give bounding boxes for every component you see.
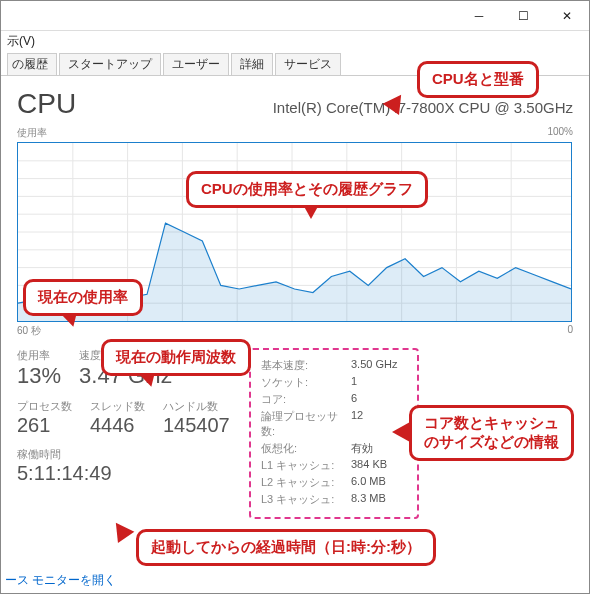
stat-handles: ハンドル数 145407 [163, 399, 230, 437]
tab-details[interactable]: 詳細 [231, 53, 273, 75]
stat-uptime: 稼働時間 5:11:14:49 [17, 447, 237, 485]
graph-bottom-left-label: 60 秒 [17, 324, 41, 338]
maximize-button[interactable]: ☐ [501, 1, 545, 31]
graph-bottom-right-label: 0 [567, 324, 573, 338]
callout-current-usage: 現在の使用率 [23, 279, 143, 316]
detail-l1: L1 キャッシュ:384 KB [261, 458, 407, 473]
detail-l3: L3 キャッシュ:8.3 MB [261, 492, 407, 507]
stat-handles-value: 145407 [163, 414, 230, 437]
tab-history[interactable]: の履歴 [7, 53, 57, 75]
stat-threads: スレッド数 4446 [90, 399, 145, 437]
cpu-name-label: Intel(R) Core(TM) i7-7800X CPU @ 3.50GHz [273, 99, 573, 116]
tab-startup[interactable]: スタートアップ [59, 53, 161, 75]
callout-cores-cache: コア数とキャッシュ のサイズなどの情報 [409, 405, 574, 461]
detail-sockets: ソケット:1 [261, 375, 407, 390]
stat-processes-value: 261 [17, 414, 72, 437]
open-resource-monitor-link[interactable]: ース モニターを開く [5, 572, 116, 589]
stat-utilization-label: 使用率 [17, 348, 61, 363]
callout-usage-graph: CPUの使用率とその履歴グラフ [186, 171, 428, 208]
stat-utilization-value: 13% [17, 363, 61, 389]
menu-view[interactable]: 示(V) [7, 34, 35, 48]
detail-virtualization: 仮想化:有効 [261, 441, 407, 456]
graph-top-left-label: 使用率 [17, 126, 47, 140]
stat-processes: プロセス数 261 [17, 399, 72, 437]
detail-l2: L2 キャッシュ:6.0 MB [261, 475, 407, 490]
callout-current-speed: 現在の動作周波数 [101, 339, 251, 376]
close-button[interactable]: ✕ [545, 1, 589, 31]
tab-services[interactable]: サービス [275, 53, 341, 75]
graph-top-right-label: 100% [547, 126, 573, 140]
detail-base-speed: 基本速度:3.50 GHz [261, 358, 407, 373]
tab-users[interactable]: ユーザー [163, 53, 229, 75]
callout-uptime: 起動してからの経過時間（日:時:分:秒） [136, 529, 436, 566]
stat-uptime-label: 稼働時間 [17, 447, 237, 462]
stat-handles-label: ハンドル数 [163, 399, 230, 414]
stat-uptime-value: 5:11:14:49 [17, 462, 237, 485]
callout-cpu-name: CPU名と型番 [417, 61, 539, 98]
minimize-button[interactable]: ─ [457, 1, 501, 31]
stat-processes-label: プロセス数 [17, 399, 72, 414]
window-titlebar: ─ ☐ ✕ [1, 1, 589, 31]
stat-threads-label: スレッド数 [90, 399, 145, 414]
menubar: 示(V) [1, 31, 589, 51]
page-title: CPU [17, 88, 76, 120]
detail-cores: コア:6 [261, 392, 407, 407]
stat-utilization: 使用率 13% [17, 348, 61, 389]
stat-threads-value: 4446 [90, 414, 145, 437]
callout-cores-cache-pointer [392, 422, 410, 442]
detail-logical: 論理プロセッサ数:12 [261, 409, 407, 439]
